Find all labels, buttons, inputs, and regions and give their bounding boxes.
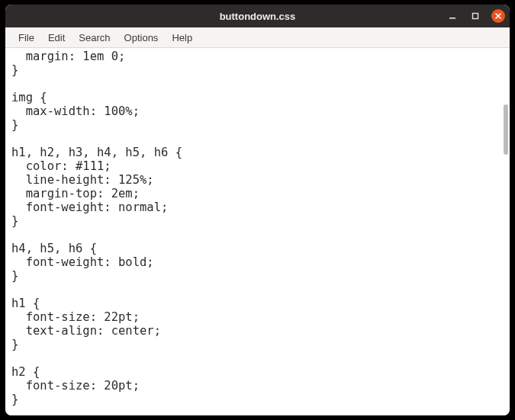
close-button[interactable] [491, 9, 505, 23]
minimize-button[interactable] [446, 9, 459, 23]
menu-file[interactable]: File [11, 30, 41, 46]
code-editor[interactable]: margin: 1em 0; } img { max-width: 100%; … [5, 48, 510, 415]
menu-edit[interactable]: Edit [41, 30, 72, 46]
maximize-button[interactable] [468, 9, 482, 23]
menu-search[interactable]: Search [72, 30, 117, 46]
titlebar: buttondown.css [5, 5, 510, 27]
window-controls [446, 5, 505, 27]
window-title: buttondown.css [220, 11, 296, 22]
code-content[interactable]: margin: 1em 0; } img { max-width: 100%; … [11, 48, 510, 414]
menu-help[interactable]: Help [165, 30, 199, 46]
close-icon [494, 12, 502, 20]
editor-area: margin: 1em 0; } img { max-width: 100%; … [5, 48, 510, 415]
menu-options[interactable]: Options [117, 30, 166, 46]
minimize-icon [449, 12, 456, 20]
svg-rect-0 [449, 18, 455, 19]
svg-rect-1 [473, 14, 478, 19]
app-window: buttondown.css File Edit Search [5, 5, 510, 415]
menubar: File Edit Search Options Help [5, 27, 510, 48]
maximize-icon [472, 12, 479, 20]
